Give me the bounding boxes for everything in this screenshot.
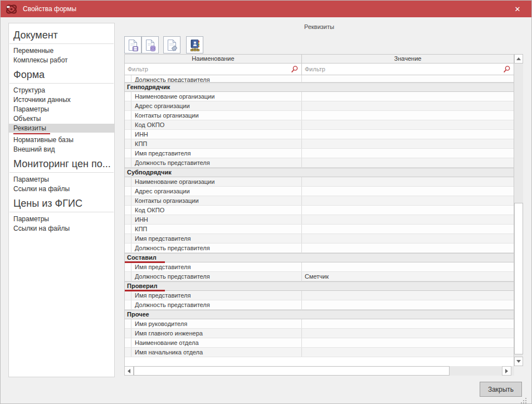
attribute-value-cell[interactable] [302,329,514,338]
attribute-name-cell[interactable]: Имя начальника отдела [131,348,302,357]
attribute-name-cell[interactable]: Наименование организации [131,177,302,186]
attribute-name-cell[interactable]: ИНН [131,130,302,139]
attribute-value-cell[interactable] [302,234,514,243]
attribute-name-cell[interactable]: Должность представителя [131,300,302,309]
attribute-value-cell[interactable] [302,196,514,205]
attribute-row[interactable]: Адрес организации [125,101,514,111]
attribute-row[interactable]: ИНН [125,130,514,139]
column-header-name[interactable]: Наименование [125,55,302,63]
attribute-value-cell[interactable] [302,101,514,110]
sidebar-item[interactable]: Ссылки на файлы [9,224,114,233]
close-icon[interactable]: ✕ [509,1,526,17]
sidebar-item[interactable]: Внешний вид [9,145,114,154]
attribute-row[interactable]: КПП [125,139,514,149]
resize-grip[interactable] [525,398,526,399]
attribute-name-cell[interactable]: Адрес организации [131,101,302,110]
attribute-value-cell[interactable] [302,338,514,347]
attribute-row[interactable]: Должность представителя [125,158,514,168]
attribute-row[interactable]: Код ОКПО [125,120,514,130]
attribute-name-cell[interactable]: Код ОКПО [131,206,302,215]
attribute-value-cell[interactable] [302,300,514,309]
attribute-name-cell[interactable]: Имя главного инженера [131,329,302,338]
attribute-name-cell[interactable]: Должность представителя [131,244,302,252]
attribute-row[interactable]: ИНН [125,215,514,225]
sidebar-item[interactable]: Параметры [9,105,114,114]
attribute-value-cell[interactable] [302,215,514,224]
sidebar-item[interactable]: Ссылки на файлы [9,184,114,193]
attribute-row[interactable]: Адрес организации [125,187,514,196]
attribute-row[interactable]: Имя представителя [125,291,514,300]
sidebar-item[interactable]: Параметры [9,215,114,223]
attribute-value-cell[interactable] [302,187,514,196]
attribute-name-cell[interactable]: Адрес организации [131,187,302,196]
vertical-scroll-thumb[interactable] [514,203,523,354]
name-filter-input[interactable] [125,64,301,75]
sidebar-item[interactable]: Источники данных [9,95,114,104]
scroll-left-button[interactable] [124,366,134,376]
sidebar-item[interactable]: Параметры [9,175,114,184]
attribute-row[interactable]: Имя главного инженера [125,329,514,338]
attribute-value-cell[interactable] [302,139,514,148]
attribute-row[interactable]: Имя представителя [125,262,514,272]
attribute-row[interactable]: КПП [125,225,514,234]
attribute-name-cell[interactable]: Должность представителя [131,75,302,82]
attribute-row[interactable]: Имя представителя [125,234,514,244]
attribute-name-cell[interactable]: Контакты организации [131,111,302,120]
attribute-name-cell[interactable]: Имя представителя [131,262,302,271]
scroll-right-button[interactable] [502,366,511,376]
attribute-row[interactable]: Должность представителя [125,75,514,82]
vertical-scrollbar[interactable] [514,54,523,366]
attribute-name-cell[interactable]: Должность представителя [131,272,302,281]
column-header-value[interactable]: Значение [302,55,514,63]
attribute-row[interactable]: Имя руководителя [125,319,514,329]
attribute-row[interactable]: Должность представителяСметчик [125,272,514,281]
address-book-button[interactable] [186,36,203,53]
attribute-name-cell[interactable]: Имя представителя [131,234,302,243]
attribute-value-cell[interactable] [302,130,514,139]
search-icon[interactable] [290,65,299,74]
attribute-row[interactable]: Наименование организации [125,177,514,187]
attribute-name-cell[interactable]: КПП [131,139,302,148]
attribute-row[interactable]: Имя начальника отдела [125,348,514,357]
attribute-name-cell[interactable]: Имя руководителя [131,319,302,328]
attribute-row[interactable]: Имя представителя [125,149,514,158]
attribute-name-cell[interactable]: ИНН [131,215,302,224]
horizontal-scrollbar[interactable] [124,366,514,376]
attribute-row[interactable]: Наименование организации [125,92,514,101]
attribute-value-cell[interactable]: Сметчик [302,272,514,281]
attribute-row[interactable]: Контакты организации [125,111,514,120]
sidebar-item[interactable]: Реквизиты [9,124,114,133]
attribute-name-cell[interactable]: Должность представителя [131,158,302,167]
sidebar-item[interactable]: Структура [9,86,114,95]
attribute-value-cell[interactable] [302,92,514,101]
attribute-name-cell[interactable]: Код ОКПО [131,120,302,129]
attribute-row[interactable]: Должность представителя [125,244,514,253]
attribute-row[interactable]: Контакты организации [125,196,514,206]
attribute-value-cell[interactable] [302,348,514,357]
save-attributes-button[interactable] [124,36,141,53]
sidebar-item[interactable]: Комплексы работ [9,56,114,65]
attribute-row[interactable]: Код ОКПО [125,206,514,215]
save-to-database-button[interactable] [141,36,159,53]
horizontal-scroll-thumb[interactable] [134,366,450,376]
attribute-name-cell[interactable]: Наименование организации [131,92,302,101]
attribute-value-cell[interactable] [302,244,514,252]
attribute-value-cell[interactable] [302,111,514,120]
clear-attributes-button[interactable] [163,36,180,53]
attribute-name-cell[interactable]: КПП [131,225,302,233]
attribute-value-cell[interactable] [302,120,514,129]
attribute-value-cell[interactable] [302,206,514,215]
attribute-name-cell[interactable]: Имя представителя [131,149,302,158]
attribute-name-cell[interactable]: Наименование отдела [131,338,302,347]
attribute-value-cell[interactable] [302,149,514,158]
scroll-up-button[interactable] [514,54,523,64]
attribute-value-cell[interactable] [302,262,514,271]
sidebar-item[interactable]: Нормативные базы [9,135,114,144]
search-icon[interactable] [502,65,511,74]
attribute-name-cell[interactable]: Контакты организации [131,196,302,205]
attribute-value-cell[interactable] [302,319,514,328]
scroll-down-button[interactable] [514,357,523,366]
value-filter-input[interactable] [302,64,514,75]
sidebar-item[interactable]: Переменные [9,46,114,55]
attribute-row[interactable]: Наименование отдела [125,338,514,348]
